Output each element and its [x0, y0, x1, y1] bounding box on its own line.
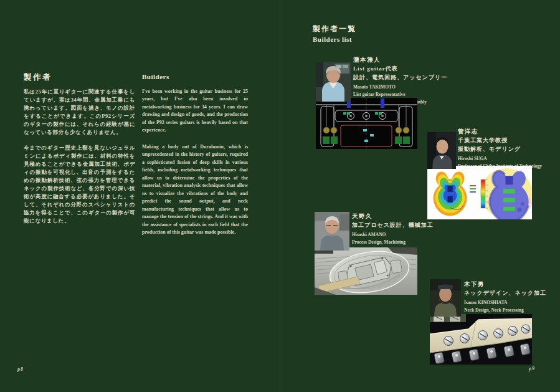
right-page-number: p9 — [529, 366, 535, 371]
builder-role-jp: 設計、電気回路、アッセンブリー — [353, 73, 447, 82]
portrait-hisashi-amano — [315, 212, 349, 251]
circuit-board-cad-image — [316, 98, 417, 149]
left-page-title-jp: 製作者 — [24, 72, 52, 83]
builder-role-jp: 加工プロセス設計、機械加工 — [352, 221, 434, 229]
left-page-number: p8 — [17, 366, 24, 372]
vibration-analysis-heatmap-image — [427, 166, 532, 219]
portrait-hiroshi-suga — [427, 132, 456, 169]
jp-paragraph: 今までのギター歴史上類を見ないジュラルミンによるボディ製作には、材料の特性を見極… — [24, 144, 135, 224]
portrait-masato-takimoto — [316, 62, 351, 102]
builders-list-title-en: Builders list — [313, 36, 356, 43]
guitar-headstock-tuners-image — [430, 314, 532, 365]
cnc-machined-aluminum-body-image — [315, 247, 417, 295]
builder-role-en: Neck Design, Neck Processing — [464, 307, 546, 314]
book-spread: 製作者 私は25年に亘りギターに関連する仕事をしていますが、実は34年間、金属加… — [0, 0, 560, 392]
builder-name-en: Hisashi AMANO — [352, 231, 434, 239]
builder-role-jp: 振動解析、モデリング — [458, 145, 542, 153]
left-japanese-text-column: 私は25年に亘りギターに関連する仕事をしていますが、実は34年間、金属加工業にも… — [24, 88, 135, 233]
builder-role-jp: List guitar代表 — [353, 64, 447, 73]
builder-name-en: Hiroshi SUGA — [458, 155, 542, 163]
builder-role-jp: 千葉工業大学教授 — [458, 136, 542, 145]
builder-name-jp: 菅洋志 — [458, 127, 542, 136]
builder-name-jp: 木下勇 — [464, 280, 546, 289]
jp-paragraph: 私は25年に亘りギターに関連する仕事をしていますが、実は34年間、金属加工業にも… — [24, 88, 135, 136]
builder-info-amano: 天野久 加工プロセス設計、機械加工 Hisashi AMANO Process … — [352, 212, 434, 246]
builder-info-kinoshiata: 木下勇 ネックデザイン、ネック加工 Isamu KINOSHIATA Neck … — [464, 280, 546, 314]
en-paragraph: I've been working in the guitar business… — [142, 88, 248, 135]
builder-name-jp: 瀧本雅人 — [353, 55, 447, 64]
builder-name-en: Masato TAKIMOTO — [353, 84, 447, 91]
left-english-text-column: I've been working in the guitar business… — [142, 88, 248, 245]
builders-list-title-jp: 製作者一覧 — [313, 24, 356, 34]
builder-role-en: Process Design, Machining — [352, 239, 434, 246]
builder-role-jp: ネックデザイン、ネック加工 — [464, 289, 546, 297]
right-page-title: 製作者一覧 Builders list — [313, 24, 356, 43]
en-paragraph: Making a body out of Duralumin, which is… — [142, 143, 248, 237]
builder-name-jp: 天野久 — [352, 212, 434, 221]
page-gutter-divider — [280, 0, 280, 392]
left-page-title-en: Builders — [142, 73, 169, 80]
portrait-isamu-kinoshiata — [430, 279, 461, 317]
builder-name-en: Isamu KINOSHIATA — [464, 299, 546, 307]
